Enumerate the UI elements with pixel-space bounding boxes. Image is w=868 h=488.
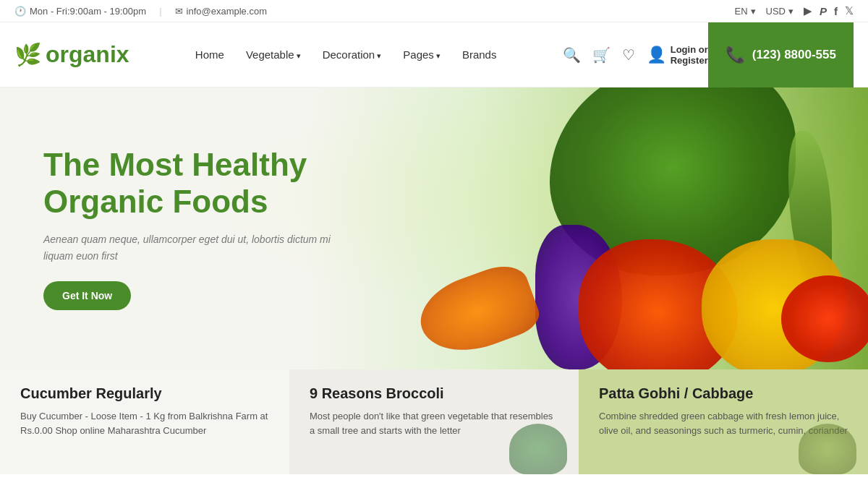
card-cucumber: Cucumber Regularly Buy Cucumber - Loose … — [0, 369, 289, 474]
facebook-icon[interactable]: f — [834, 5, 838, 17]
top-bar: 🕐 Mon - Fri:9:00am - 19:00pm | ✉ info@ex… — [0, 0, 868, 22]
carrot-decoration — [411, 258, 545, 366]
email-icon: ✉ — [175, 6, 183, 17]
auth-section[interactable]: 👤 Login or Register — [647, 44, 708, 66]
register-label: Register — [671, 55, 708, 66]
cart-icon[interactable]: 🛒 — [592, 46, 610, 64]
nav-item-home[interactable]: Home — [195, 48, 224, 61]
nav-actions: 🔍 🛒 ♡ 👤 Login or Register — [563, 44, 708, 66]
navbar: 🌿 organix Home Vegetable Decoration Page… — [0, 22, 868, 87]
auth-labels: Login or Register — [671, 44, 708, 66]
broccoli-image — [509, 424, 567, 474]
email-text: info@example.com — [187, 6, 267, 17]
card-cucumber-title: Cucumber Regularly — [20, 385, 269, 402]
phone-number: (123) 8800-555 — [752, 48, 836, 62]
card-cabbage-title: Patta Gobhi / Cabbage — [599, 385, 848, 402]
nav-link-home[interactable]: Home — [195, 48, 224, 61]
lang-arrow: ▾ — [751, 6, 756, 17]
hero-section: The Most Healthy Organic Foods Aenean qu… — [0, 87, 868, 369]
nav-link-decoration[interactable]: Decoration — [323, 48, 382, 61]
nav-link-pages[interactable]: Pages — [403, 48, 441, 61]
twitter-icon[interactable]: 𝕏 — [845, 4, 854, 17]
nav-link-vegetable[interactable]: Vegetable — [246, 48, 301, 61]
top-bar-right: EN ▾ USD ▾ ▶ P f 𝕏 — [734, 4, 854, 17]
currency-label: USD — [766, 6, 786, 17]
top-bar-left: 🕐 Mon - Fri:9:00am - 19:00pm | ✉ info@ex… — [14, 6, 267, 17]
nav-menu: Home Vegetable Decoration Pages Brands — [195, 48, 497, 61]
hero-content: The Most Healthy Organic Foods Aenean qu… — [43, 147, 347, 310]
nav-item-brands[interactable]: Brands — [462, 48, 497, 61]
divider: | — [159, 6, 161, 17]
phone-icon: 📞 — [726, 46, 745, 64]
phone-button[interactable]: 📞 (123) 8800-555 — [708, 22, 854, 87]
pinterest-icon[interactable]: P — [820, 5, 827, 17]
login-label: Login or — [671, 44, 708, 55]
logo-text: organix — [46, 41, 129, 68]
card-broccoli: 9 Reasons Broccoli Most people don't lik… — [289, 369, 579, 474]
nav-item-vegetable[interactable]: Vegetable — [246, 48, 301, 61]
youtube-icon[interactable]: ▶ — [804, 4, 812, 17]
lang-label: EN — [734, 6, 747, 17]
tomato-decoration — [781, 275, 868, 362]
hero-subtitle: Aenean quam neque, ullamcorper eget dui … — [43, 231, 347, 264]
language-selector[interactable]: EN ▾ — [734, 6, 755, 17]
card-cucumber-desc: Buy Cucumber - Loose Item - 1 Kg from Ba… — [20, 409, 269, 437]
user-icon: 👤 — [647, 46, 666, 64]
logo-leaf-icon: 🌿 — [14, 42, 41, 67]
currency-arrow: ▾ — [788, 6, 793, 17]
nav-link-brands[interactable]: Brands — [462, 48, 497, 61]
wishlist-icon[interactable]: ♡ — [622, 46, 635, 64]
nav-item-decoration[interactable]: Decoration — [323, 48, 382, 61]
business-hours: 🕐 Mon - Fri:9:00am - 19:00pm — [14, 6, 146, 17]
nav-item-pages[interactable]: Pages — [403, 48, 441, 61]
info-cards: Cucumber Regularly Buy Cucumber - Loose … — [0, 369, 868, 474]
social-icons: ▶ P f 𝕏 — [804, 4, 854, 17]
card-cabbage: Patta Gobhi / Cabbage Combine shredded g… — [579, 369, 868, 474]
clock-icon: 🕐 — [14, 6, 26, 17]
hours-text: Mon - Fri:9:00am - 19:00pm — [30, 6, 146, 17]
logo[interactable]: 🌿 organix — [14, 41, 129, 68]
currency-selector[interactable]: USD ▾ — [766, 6, 793, 17]
hero-title: The Most Healthy Organic Foods — [43, 147, 347, 220]
cta-button[interactable]: Get It Now — [43, 281, 131, 310]
search-icon[interactable]: 🔍 — [563, 46, 581, 64]
email-info: ✉ info@example.com — [175, 6, 267, 17]
cabbage-image — [799, 424, 856, 474]
card-broccoli-title: 9 Reasons Broccoli — [310, 385, 558, 402]
